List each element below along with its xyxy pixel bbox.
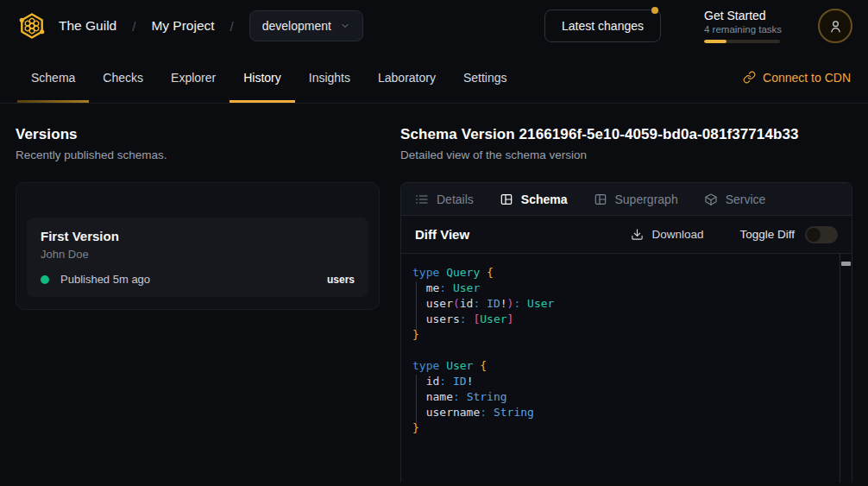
download-label: Download bbox=[651, 228, 703, 241]
versions-title: Versions bbox=[16, 126, 380, 143]
connect-to-cdn-label: Connect to CDN bbox=[763, 71, 851, 85]
app-header: The Guild / My Project / development Lat… bbox=[0, 0, 868, 52]
breadcrumb-project[interactable]: My Project bbox=[151, 18, 214, 34]
nav-tab-laboratory[interactable]: Laboratory bbox=[364, 52, 450, 103]
nav-tab-history[interactable]: History bbox=[230, 52, 295, 103]
code-lines: type Query { me: User user(id: ID!): Use… bbox=[412, 265, 840, 436]
list-icon bbox=[415, 193, 429, 206]
get-started-title: Get Started bbox=[704, 9, 780, 22]
notification-dot bbox=[651, 7, 658, 14]
latest-changes-button[interactable]: Latest changes bbox=[544, 9, 661, 42]
version-detail-panel: Details Schema Supergraph bbox=[400, 182, 852, 483]
get-started-subtitle: 4 remaining tasks bbox=[704, 24, 780, 35]
breadcrumb: The Guild / My Project / development bbox=[59, 10, 363, 41]
link-icon bbox=[743, 71, 756, 84]
versions-list: First Version John Doe Published 5m ago … bbox=[16, 182, 380, 310]
version-service-badge: users bbox=[327, 274, 355, 286]
breadcrumb-separator: / bbox=[230, 19, 234, 34]
target-selector-value: development bbox=[262, 19, 331, 33]
progress-fill bbox=[704, 40, 726, 43]
version-detail-section: Schema Version 2166196f-5e10-4059-bd0a-0… bbox=[400, 104, 868, 486]
detail-tab-supergraph[interactable]: Supergraph bbox=[594, 193, 678, 206]
breadcrumb-org[interactable]: The Guild bbox=[59, 18, 116, 34]
download-button[interactable]: Download bbox=[631, 228, 703, 241]
get-started-progress bbox=[704, 40, 780, 43]
user-icon bbox=[828, 19, 843, 34]
scrollbar-thumb[interactable] bbox=[841, 262, 851, 266]
version-detail-subtitle: Detailed view of the schema version bbox=[400, 148, 852, 161]
indent-guide bbox=[416, 281, 417, 330]
download-icon bbox=[631, 228, 644, 241]
diff-view-header: Diff View Download Toggle Diff bbox=[401, 216, 852, 254]
versions-section: Versions Recently published schemas. Fir… bbox=[0, 104, 400, 486]
nav-tab-explorer[interactable]: Explorer bbox=[157, 52, 230, 103]
diff-view-actions: Download Toggle Diff bbox=[631, 226, 838, 243]
latest-changes-label: Latest changes bbox=[562, 19, 644, 33]
nav-tabs: Schema Checks Explorer History Insights … bbox=[17, 52, 521, 103]
detail-tab-schema[interactable]: Schema bbox=[500, 193, 568, 206]
version-list-item[interactable]: First Version John Doe Published 5m ago … bbox=[27, 218, 368, 297]
columns-icon bbox=[594, 193, 607, 206]
version-name: First Version bbox=[41, 229, 355, 243]
logo-icon[interactable] bbox=[17, 11, 47, 41]
schema-code-viewer[interactable]: type Query { me: User user(id: ID!): Use… bbox=[401, 254, 852, 483]
published-dot-icon bbox=[41, 275, 49, 284]
detail-tab-service[interactable]: Service bbox=[704, 193, 766, 206]
main-nav: Schema Checks Explorer History Insights … bbox=[0, 52, 868, 104]
version-meta: Published 5m ago users bbox=[41, 273, 355, 286]
versions-subtitle: Recently published schemas. bbox=[16, 148, 380, 161]
connect-to-cdn-link[interactable]: Connect to CDN bbox=[743, 52, 851, 103]
user-menu-button[interactable] bbox=[818, 9, 852, 43]
version-detail-title: Schema Version 2166196f-5e10-4059-bd0a-0… bbox=[400, 126, 852, 143]
toggle-diff-label: Toggle Diff bbox=[739, 228, 795, 241]
toggle-diff-switch[interactable] bbox=[805, 226, 838, 243]
chevron-down-icon bbox=[340, 21, 350, 31]
get-started-widget[interactable]: Get Started 4 remaining tasks bbox=[704, 9, 780, 43]
diff-view-title: Diff View bbox=[415, 227, 469, 242]
indent-guide bbox=[416, 375, 417, 423]
box-icon bbox=[704, 193, 718, 206]
switch-knob bbox=[807, 228, 821, 242]
nav-tab-settings[interactable]: Settings bbox=[450, 52, 521, 103]
nav-tab-schema[interactable]: Schema bbox=[17, 52, 89, 103]
code-scrollbar[interactable] bbox=[840, 254, 852, 483]
breadcrumb-separator: / bbox=[132, 19, 135, 34]
nav-tab-checks[interactable]: Checks bbox=[89, 52, 157, 103]
version-author: John Doe bbox=[41, 248, 355, 261]
version-status: Published 5m ago bbox=[60, 273, 150, 286]
main-content: Versions Recently published schemas. Fir… bbox=[0, 104, 868, 486]
target-selector[interactable]: development bbox=[249, 10, 363, 41]
detail-tab-details[interactable]: Details bbox=[415, 193, 474, 206]
detail-tabs: Details Schema Supergraph bbox=[401, 183, 852, 216]
nav-tab-insights[interactable]: Insights bbox=[295, 52, 364, 103]
columns-icon bbox=[500, 193, 513, 206]
